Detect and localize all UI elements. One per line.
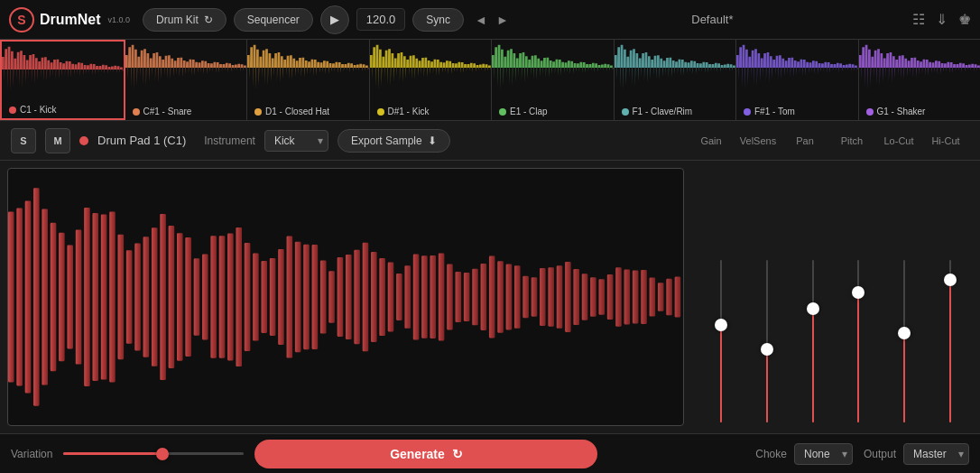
bottom-bar: Variation Generate ↻ Choke None 1 2 3 4 … <box>0 433 980 473</box>
output-select[interactable]: Master 1 2 3 <box>903 443 969 465</box>
pad-item-D#1[interactable]: D#1 - Kick <box>370 40 493 120</box>
pad-item-G1[interactable]: G1 - Shaker <box>859 40 981 120</box>
slider-pitch[interactable] <box>837 164 880 422</box>
pad-waveform-svg-F#1 <box>736 40 858 96</box>
pad-label-text-C#1: C#1 - Snare <box>143 107 192 116</box>
svg-rect-12 <box>109 212 116 383</box>
param-label-velsens: VelSens <box>735 135 781 146</box>
export-button[interactable]: Export Sample ⬇ <box>337 129 450 153</box>
pad-waveform-svg-F1 <box>615 40 736 96</box>
svg-rect-60 <box>514 265 521 329</box>
instrument-bar: S M Drum Pad 1 (C1) Instrument Kick Snar… <box>0 121 980 161</box>
pad-label-C#1: C#1 - Snare <box>133 107 192 116</box>
pad-item-C#1[interactable]: C#1 - Snare <box>125 40 248 120</box>
drum-kit-button[interactable]: Drum Kit ↻ <box>143 8 227 32</box>
svg-rect-79 <box>675 277 681 318</box>
variation-slider-track[interactable] <box>63 452 244 455</box>
pad-indicator <box>79 136 88 145</box>
svg-rect-34 <box>295 242 301 353</box>
slider-thumb-velsens[interactable] <box>761 343 773 356</box>
logo: S DrumNet v1.0.0 <box>9 7 130 32</box>
sequencer-button[interactable]: Sequencer <box>234 8 313 32</box>
pad-waveform-svg-C1 <box>2 42 124 97</box>
slider-hicut[interactable] <box>929 164 972 422</box>
slider-thumb-pitch[interactable] <box>852 286 864 299</box>
slider-track-gain <box>720 260 722 422</box>
svg-rect-2 <box>25 200 32 393</box>
app-name: DrumNet <box>40 12 101 28</box>
pad-item-E1[interactable]: E1 - Clap <box>492 40 615 120</box>
output-label: Output <box>864 448 896 460</box>
slider-locut[interactable] <box>883 164 926 422</box>
svg-rect-26 <box>227 233 234 360</box>
pad-dot-icon <box>744 108 751 116</box>
svg-rect-55 <box>472 269 478 326</box>
svg-rect-14 <box>126 250 133 344</box>
download-icon-button[interactable]: ⇓ <box>936 11 948 28</box>
logo-icon: S <box>9 7 34 32</box>
user-icon-button[interactable]: ♚ <box>958 11 971 28</box>
svg-rect-40 <box>346 255 352 339</box>
svg-rect-70 <box>599 279 606 314</box>
preset-name: Default* <box>520 13 905 26</box>
instrument-select[interactable]: Kick Snare Hi-Hat Clap <box>264 130 328 152</box>
svg-rect-64 <box>548 267 554 326</box>
slider-pan[interactable] <box>791 164 835 422</box>
pad-dot-icon <box>133 108 140 116</box>
choke-select-wrapper: None 1 2 3 4 <box>794 443 853 465</box>
svg-rect-39 <box>337 257 344 337</box>
svg-rect-6 <box>59 233 65 361</box>
slider-velsens[interactable] <box>745 164 789 422</box>
choke-section: Choke None 1 2 3 4 <box>755 443 853 465</box>
sync-button[interactable]: Sync <box>412 8 464 32</box>
bpm-display[interactable]: 120.0 <box>356 8 406 31</box>
svg-rect-23 <box>202 255 208 340</box>
svg-rect-51 <box>439 253 445 340</box>
generate-button[interactable]: Generate ↻ <box>254 440 597 468</box>
s-button[interactable]: S <box>11 128 36 153</box>
pad-item-F#1[interactable]: F#1 - Tom <box>736 40 859 120</box>
play-button[interactable]: ▶ <box>320 5 349 34</box>
output-select-wrapper: Master 1 2 3 <box>903 443 969 465</box>
param-label-pitch: Pitch <box>828 135 875 146</box>
pad-item-D1[interactable]: D1 - Closed Hat <box>247 40 370 120</box>
notes-icon-button[interactable]: ☷ <box>912 11 925 28</box>
svg-rect-31 <box>270 258 276 336</box>
choke-select[interactable]: None 1 2 3 4 <box>794 443 853 465</box>
svg-rect-8 <box>76 229 82 364</box>
slider-thumb-locut[interactable] <box>898 327 911 339</box>
svg-rect-72 <box>615 267 622 327</box>
svg-rect-28 <box>245 243 251 351</box>
pad-dot-icon <box>499 108 506 116</box>
param-label-gain: Gain <box>688 135 735 146</box>
variation-slider <box>63 452 244 455</box>
svg-rect-68 <box>582 274 588 320</box>
slider-thumb-pan[interactable] <box>807 302 819 315</box>
slider-thumb-hicut[interactable] <box>944 274 957 286</box>
pad-waveform-svg-D#1 <box>370 40 492 96</box>
topbar: S DrumNet v1.0.0 Drum Kit ↻ Sequencer ▶ … <box>0 0 980 40</box>
variation-label: Variation <box>11 448 52 460</box>
pad-label-G1: G1 - Shaker <box>866 107 926 116</box>
pad-item-F1[interactable]: F1 - Clave/Rim <box>615 40 737 120</box>
param-label-lo-cut: Lo-Cut <box>875 135 922 146</box>
slider-gain[interactable] <box>699 164 743 422</box>
choke-label: Choke <box>755 448 787 460</box>
slider-track-velsens <box>766 260 768 422</box>
svg-rect-9 <box>84 208 90 386</box>
svg-rect-29 <box>253 253 259 340</box>
pad-item-C1[interactable]: C1 - Kick <box>0 40 125 120</box>
svg-rect-69 <box>590 277 596 317</box>
pad-label-E1: E1 - Clap <box>499 107 548 116</box>
svg-rect-25 <box>219 236 226 357</box>
svg-rect-75 <box>641 270 647 324</box>
pad-label-text-G1: G1 - Shaker <box>877 107 926 116</box>
nav-left-button[interactable]: ◄ <box>471 11 491 29</box>
m-button[interactable]: M <box>45 128 70 153</box>
slider-fill-hicut <box>949 280 951 422</box>
svg-rect-43 <box>371 252 377 342</box>
svg-rect-76 <box>650 277 656 316</box>
pad-label-text-F1: F1 - Clave/Rim <box>633 107 693 116</box>
slider-thumb-gain[interactable] <box>715 319 727 331</box>
nav-right-button[interactable]: ► <box>493 11 513 29</box>
